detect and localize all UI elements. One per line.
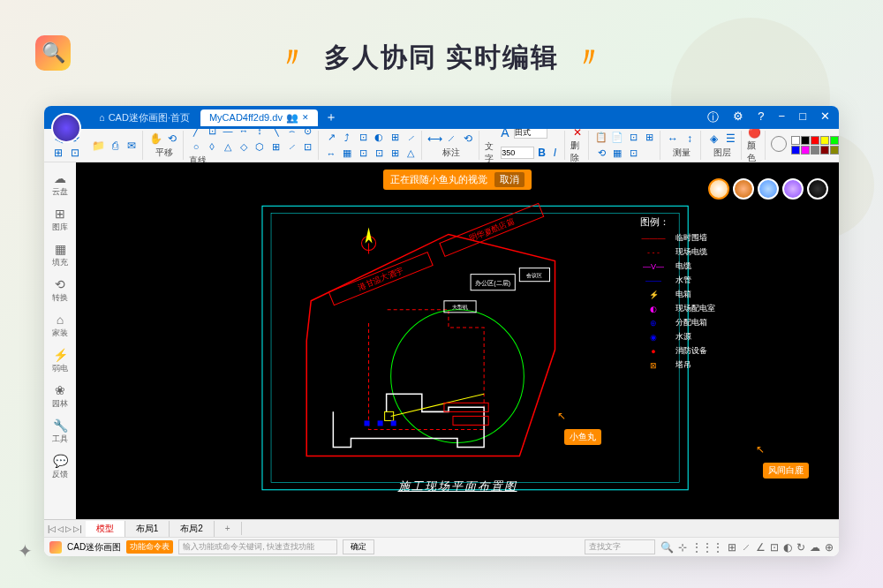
ok-button[interactable]: 确定: [343, 539, 374, 554]
add-tab-button[interactable]: ＋: [320, 109, 343, 125]
color-swatch[interactable]: [820, 146, 829, 155]
sidebar-item-转换[interactable]: ⟲转换: [50, 274, 70, 307]
bold-button[interactable]: B: [536, 146, 547, 160]
function-table-button[interactable]: 功能命令表: [126, 540, 173, 554]
modify-tool-icon[interactable]: ▦: [340, 147, 354, 161]
edit-tool-icon[interactable]: ⊡: [626, 131, 640, 145]
sidebar-item-园林[interactable]: ❀园林: [50, 380, 70, 413]
status-tool-icon[interactable]: ⊹: [678, 541, 687, 554]
sidebar-item-填充[interactable]: ▦填充: [50, 238, 70, 272]
status-tool-icon[interactable]: ⟋: [741, 541, 751, 554]
modify-tool-icon[interactable]: △: [404, 147, 418, 161]
status-tool-icon[interactable]: ⊞: [728, 541, 736, 554]
sidebar-item-反馈[interactable]: 💬反馈: [50, 450, 70, 484]
cancel-follow-button[interactable]: 取消: [494, 172, 525, 187]
edit-tool-icon[interactable]: ⟲: [594, 147, 608, 161]
rotate-icon[interactable]: ⟲: [165, 132, 179, 146]
sidebar-item-云盘[interactable]: ☁云盘: [50, 168, 70, 201]
close-tab-icon[interactable]: ✕: [302, 113, 309, 122]
draw-tool-icon[interactable]: ◇: [237, 139, 251, 154]
sidebar-item-图库[interactable]: ⊞图库: [50, 203, 70, 237]
nav-last-icon[interactable]: ▷|: [73, 524, 81, 533]
modify-tool-icon[interactable]: ↔: [324, 147, 338, 161]
color-swatch[interactable]: [820, 136, 829, 145]
layout-tab-model[interactable]: 模型: [86, 521, 125, 537]
dim-icon[interactable]: ⟲: [461, 132, 475, 146]
drawing-canvas[interactable]: 正在跟随小鱼丸的视觉 取消: [76, 162, 839, 519]
status-tool-icon[interactable]: ◐: [783, 541, 792, 554]
layer-icon[interactable]: ◈: [706, 132, 721, 146]
settings-button[interactable]: ⚙: [729, 109, 747, 125]
status-tool-icon[interactable]: 🔍: [660, 541, 674, 554]
modify-tool-icon[interactable]: ⊡: [356, 147, 370, 161]
status-tool-icon[interactable]: ⊕: [825, 541, 834, 554]
info-button[interactable]: ⓘ: [704, 109, 722, 125]
color-swatch[interactable]: [801, 136, 810, 145]
draw-tool-icon[interactable]: ⊞: [268, 139, 283, 154]
edit-tool-icon[interactable]: ⊡: [626, 147, 640, 161]
dim-icon[interactable]: ⟋: [444, 132, 458, 146]
status-tool-icon[interactable]: ⋮⋮⋮: [691, 541, 723, 554]
user-avatar-icon[interactable]: [51, 113, 81, 143]
layer-list-icon[interactable]: ☰: [723, 132, 737, 146]
color-swatch[interactable]: [791, 146, 800, 155]
nav-prev-icon[interactable]: ◁: [57, 524, 64, 533]
tab-home[interactable]: ⌂ CAD迷你画图·首页: [90, 109, 199, 127]
modify-tool-icon[interactable]: ◐: [372, 131, 386, 145]
command-input[interactable]: 输入功能或命令关键词, 快速查找功能: [178, 539, 337, 554]
status-tool-icon[interactable]: ⊡: [770, 541, 779, 554]
color-swatch[interactable]: [811, 146, 819, 155]
maximize-button[interactable]: □: [796, 109, 810, 125]
color-swatch[interactable]: [830, 136, 839, 145]
draw-tool-icon[interactable]: ◊: [205, 139, 219, 154]
nav-next-icon[interactable]: ▷: [65, 524, 72, 533]
measure-icon[interactable]: ↔: [666, 132, 680, 146]
draw-tool-icon[interactable]: △: [221, 139, 235, 154]
edit-tool-icon[interactable]: 📋: [594, 131, 608, 145]
avatar[interactable]: [807, 178, 828, 200]
font-size-input[interactable]: [501, 147, 534, 159]
edit-tool-icon[interactable]: ▦: [610, 147, 624, 161]
print-icon[interactable]: ⎙: [108, 139, 122, 153]
color-swatch[interactable]: [791, 136, 800, 145]
layout-tab-2[interactable]: 布局2: [170, 521, 215, 537]
edit-tool-icon[interactable]: ⊞: [642, 131, 656, 145]
nav-first-icon[interactable]: |◁: [48, 524, 56, 533]
help-button[interactable]: ?: [754, 109, 767, 125]
color-swatch[interactable]: [830, 146, 839, 155]
layout-tab-1[interactable]: 布局1: [125, 521, 170, 537]
search-input[interactable]: 查找文字: [585, 539, 655, 554]
tab-file-active[interactable]: MyCAD4ff2d9.dv 👥 ✕: [200, 109, 318, 126]
status-tool-icon[interactable]: ☁: [810, 541, 820, 554]
view-icon[interactable]: ⊡: [68, 146, 82, 160]
avatar[interactable]: [708, 178, 729, 200]
sidebar-item-工具[interactable]: 🔧工具: [50, 415, 70, 449]
italic-button[interactable]: I: [549, 146, 561, 160]
avatar[interactable]: [782, 178, 804, 200]
mail-icon[interactable]: ✉: [125, 139, 139, 153]
modify-tool-icon[interactable]: ⊡: [372, 147, 386, 161]
minimize-button[interactable]: −: [775, 109, 789, 125]
status-tool-icon[interactable]: ↻: [796, 541, 805, 554]
avatar[interactable]: [758, 178, 779, 200]
edit-tool-icon[interactable]: 📄: [610, 131, 624, 145]
close-button[interactable]: ✕: [817, 109, 834, 125]
modify-tool-icon[interactable]: ⊞: [388, 147, 402, 161]
modify-tool-icon[interactable]: ⟋: [404, 131, 418, 145]
draw-tool-icon[interactable]: ○: [189, 139, 203, 154]
measure-icon[interactable]: ↕: [683, 132, 697, 146]
draw-tool-icon[interactable]: ⟋: [284, 139, 298, 154]
draw-tool-icon[interactable]: ⊡: [300, 139, 314, 154]
add-layout-button[interactable]: +: [215, 522, 242, 535]
current-color-icon[interactable]: [771, 136, 787, 152]
pan-icon[interactable]: ✋: [148, 132, 162, 146]
color-swatch[interactable]: [801, 146, 810, 155]
color-swatch[interactable]: [811, 136, 819, 145]
modify-tool-icon[interactable]: ↗: [324, 131, 338, 145]
grid-icon[interactable]: ⊞: [51, 146, 65, 160]
modify-tool-icon[interactable]: ⊡: [356, 131, 370, 145]
avatar[interactable]: [733, 178, 754, 200]
open-icon[interactable]: 📁: [91, 139, 105, 153]
sidebar-item-弱电[interactable]: ⚡弱电: [50, 344, 70, 378]
sidebar-item-家装[interactable]: ⌂家装: [50, 309, 70, 343]
